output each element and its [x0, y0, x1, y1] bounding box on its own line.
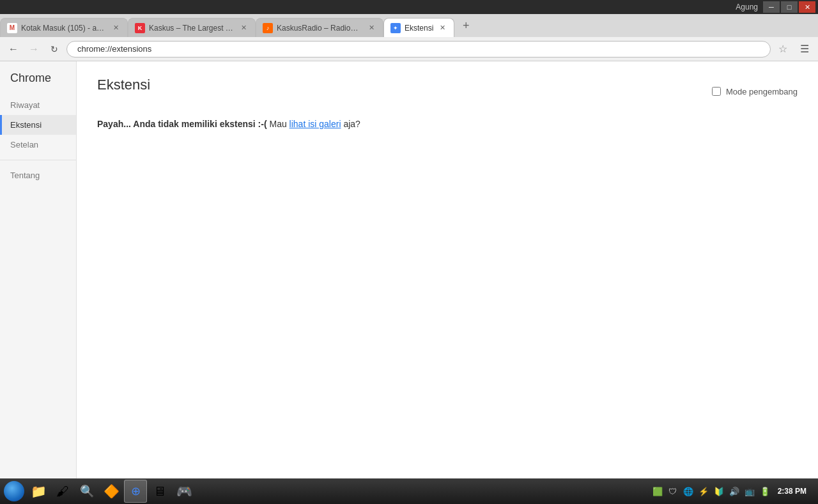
tab-label-gmail: Kotak Masuk (105) - agun... [21, 24, 107, 33]
tab-gmail[interactable]: M Kotak Masuk (105) - agun... ✕ [0, 18, 128, 37]
dev-mode-checkbox[interactable] [712, 87, 721, 96]
url-bar[interactable]: chrome://extensions [66, 41, 771, 57]
clock-time: 2:38 PM [778, 487, 806, 496]
tab-label-extensions: Ekstensi [405, 24, 433, 33]
tab-close-radio[interactable]: ✕ [366, 23, 376, 33]
start-orb [4, 481, 24, 501]
title-bar-user: Agung [736, 3, 758, 11]
menu-button[interactable]: ☰ [796, 41, 813, 57]
empty-extensions-message: Payah... Anda tidak memiliki ekstensi :-… [97, 119, 798, 129]
tab-kaskus[interactable]: K Kaskus – The Largest Indo... ✕ [128, 18, 256, 37]
tray-display[interactable]: 📺 [743, 485, 756, 498]
folder-icon: 📁 [31, 484, 47, 499]
tray-battery[interactable]: 🔋 [759, 485, 771, 498]
tab-extensions[interactable]: ✦ Ekstensi ✕ [383, 18, 454, 37]
system-tray: 🟩 🛡 🌐 ⚡ 🔰 🔊 📺 🔋 2:38 PM [646, 478, 815, 504]
tab-close-extensions[interactable]: ✕ [437, 23, 447, 33]
paint-icon: 🖌 [56, 484, 69, 499]
tab-label-kaskus: Kaskus – The Largest Indo... [149, 24, 235, 33]
address-bar: ← → ↻ chrome://extensions ☆ ☰ [0, 37, 818, 61]
taskbar-icon-game[interactable]: 🎮 [173, 480, 196, 503]
game-icon: 🎮 [176, 484, 192, 499]
tab-close-gmail[interactable]: ✕ [111, 23, 121, 33]
tab-bar: M Kotak Masuk (105) - agun... ✕ K Kaskus… [0, 14, 818, 37]
tab-favicon-radio: ♪ [263, 23, 273, 33]
taskbar: 📁 🖌 🔍 🔶 ⊕ 🖥 🎮 🟩 🛡 🌐 ⚡ 🔰 🔊 📺 🔋 2:38 PM [0, 478, 818, 504]
tray-shield[interactable]: 🛡 [667, 485, 679, 498]
taskbar-icon-vlc[interactable]: 🔶 [100, 480, 123, 503]
forward-button[interactable]: → [26, 41, 42, 57]
dev-mode-label: Mode pengembang [726, 87, 798, 96]
url-text: chrome://extensions [77, 44, 151, 54]
browser-content: Chrome Riwayat Ekstensi Setelan Tentang … [0, 61, 818, 478]
system-clock[interactable]: 2:38 PM [774, 487, 810, 496]
main-area: Ekstensi Mode pengembang Payah... Anda t… [77, 61, 818, 478]
tray-green-square[interactable]: 🟩 [651, 485, 664, 498]
close-button[interactable]: ✕ [799, 1, 815, 13]
bookmark-button[interactable]: ☆ [775, 41, 791, 57]
taskbar-icon-paint[interactable]: 🖌 [51, 480, 74, 503]
sidebar: Chrome Riwayat Ekstensi Setelan Tentang [0, 61, 77, 478]
taskbar-icon-monitor[interactable]: 🖥 [148, 480, 171, 503]
tray-volume[interactable]: 🔊 [728, 485, 741, 498]
tab-radio[interactable]: ♪ KaskusRadio – Radiom... ✕ [256, 18, 383, 37]
tab-favicon-kaskus: K [135, 23, 145, 33]
title-bar-buttons: ─ □ ✕ [763, 1, 815, 13]
chrome-icon: ⊕ [131, 484, 141, 498]
empty-message-text: Payah... Anda tidak memiliki ekstensi :-… [97, 119, 267, 129]
back-button[interactable]: ← [5, 41, 22, 57]
sidebar-divider [0, 160, 76, 160]
taskbar-icon-fox[interactable]: 🔍 [75, 480, 98, 503]
taskbar-icon-folder[interactable]: 📁 [27, 480, 50, 503]
monitor-icon: 🖥 [153, 484, 166, 499]
tab-favicon-gmail: M [7, 23, 17, 33]
reload-button[interactable]: ↻ [46, 41, 63, 57]
taskbar-icon-chrome[interactable]: ⊕ [124, 480, 147, 503]
title-bar: Agung ─ □ ✕ [0, 0, 818, 14]
vlc-icon: 🔶 [104, 484, 120, 499]
sidebar-item-riwayat[interactable]: Riwayat [0, 95, 76, 115]
tray-power[interactable]: ⚡ [697, 485, 710, 498]
minimize-button[interactable]: ─ [763, 1, 780, 13]
tray-network[interactable]: 🌐 [682, 485, 695, 498]
empty-message-mau: Mau [269, 119, 289, 129]
sidebar-app-title: Chrome [0, 72, 76, 95]
page-title: Ekstensi [97, 77, 150, 93]
new-tab-button[interactable]: + [457, 17, 475, 34]
start-button[interactable] [3, 480, 26, 503]
sidebar-item-ekstensi[interactable]: Ekstensi [0, 115, 76, 135]
fox-icon: 🔍 [80, 484, 94, 498]
maximize-button[interactable]: □ [781, 1, 798, 13]
tab-favicon-extensions: ✦ [390, 23, 401, 33]
tab-close-kaskus[interactable]: ✕ [238, 23, 249, 33]
sidebar-item-setelan[interactable]: Setelan [0, 135, 76, 155]
empty-message-aja: aja? [343, 119, 360, 129]
tab-label-radio: KaskusRadio – Radiom... [277, 24, 362, 33]
tray-avast[interactable]: 🔰 [713, 485, 725, 498]
top-bar: Ekstensi Mode pengembang [97, 77, 798, 106]
sidebar-item-tentang[interactable]: Tentang [0, 165, 76, 185]
dev-mode-row: Mode pengembang [712, 87, 798, 96]
gallery-link[interactable]: lihat isi galeri [289, 119, 341, 129]
